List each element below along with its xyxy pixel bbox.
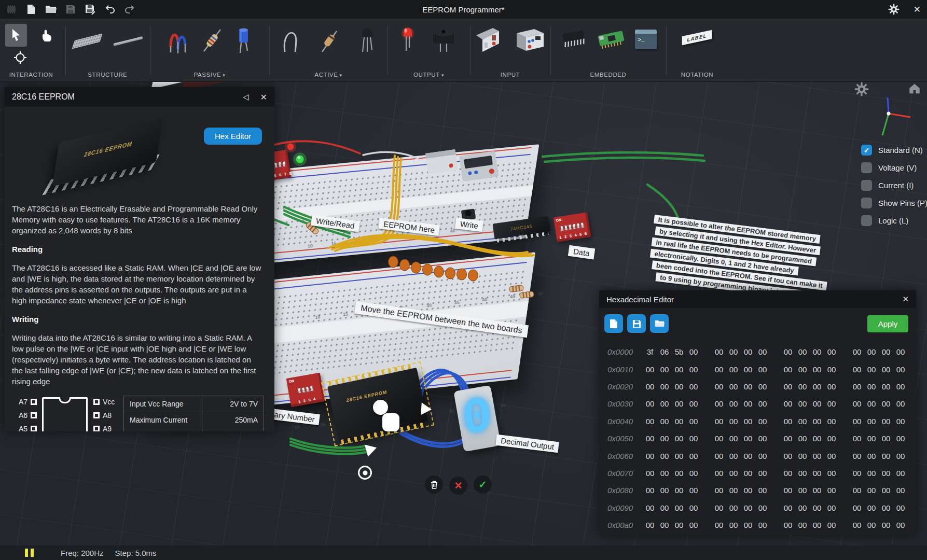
hex-byte[interactable]: 00	[712, 503, 726, 512]
hex-byte[interactable]: 00	[657, 521, 672, 529]
hex-byte[interactable]: 00	[712, 486, 726, 495]
hex-byte[interactable]: 00	[672, 469, 686, 478]
hex-byte[interactable]: 00	[864, 399, 879, 408]
checkbox[interactable]: ✓	[861, 198, 872, 208]
hex-byte[interactable]: 00	[879, 365, 893, 374]
close-icon[interactable]: ✕	[260, 92, 267, 102]
checkbox[interactable]: ✓	[861, 162, 872, 173]
hex-byte[interactable]: 00	[672, 417, 686, 426]
hex-byte[interactable]: 00	[672, 452, 686, 460]
hex-byte[interactable]: 00	[657, 452, 672, 460]
hex-byte[interactable]: 00	[864, 382, 879, 391]
select-tool-button[interactable]	[5, 24, 27, 47]
hex-byte[interactable]: 00	[726, 486, 741, 495]
hex-byte[interactable]: 00	[755, 399, 770, 408]
hex-byte[interactable]: 00	[850, 382, 864, 391]
switch-module-component-icon[interactable]	[475, 26, 506, 55]
arrow-down-handle[interactable]	[362, 444, 377, 458]
back-icon[interactable]: ◁	[243, 92, 249, 102]
hex-byte[interactable]: 00	[781, 486, 795, 495]
hex-byte[interactable]: 00	[879, 469, 893, 478]
hex-byte[interactable]: 00	[810, 399, 824, 408]
hex-byte[interactable]: 00	[755, 347, 770, 356]
pause-icon[interactable]	[25, 549, 34, 557]
hex-byte[interactable]: 00	[712, 434, 726, 443]
hex-byte[interactable]: 00	[726, 434, 741, 443]
label-data[interactable]: Data	[568, 245, 595, 260]
hex-byte[interactable]: 00	[864, 417, 879, 426]
hex-byte[interactable]: 06	[657, 347, 672, 356]
hex-byte[interactable]: 00	[726, 521, 741, 529]
scene-settings-gear-icon[interactable]	[854, 82, 869, 96]
hex-byte[interactable]: 00	[850, 434, 864, 443]
hex-byte[interactable]: 00	[686, 434, 701, 443]
hex-byte[interactable]: 00	[795, 469, 810, 478]
hex-byte[interactable]: 00	[686, 365, 701, 374]
save-as-icon[interactable]	[84, 3, 96, 16]
hex-byte[interactable]: 00	[643, 521, 657, 529]
hex-byte[interactable]: 00	[741, 503, 755, 512]
hex-byte[interactable]: 00	[741, 452, 755, 460]
hex-byte[interactable]: 00	[824, 347, 839, 356]
hex-byte[interactable]: 00	[755, 365, 770, 374]
hex-byte[interactable]: 00	[824, 521, 839, 529]
display-option-row[interactable]: ✓ Voltage (V)	[861, 162, 927, 173]
capacitor-component-icon[interactable]	[234, 25, 253, 57]
hex-byte[interactable]: 00	[726, 347, 741, 356]
hex-byte[interactable]: 00	[726, 469, 741, 478]
hex-byte[interactable]: 00	[741, 521, 755, 529]
hex-byte[interactable]: 00	[879, 503, 893, 512]
hex-byte[interactable]: 00	[643, 503, 657, 512]
hex-byte[interactable]: 00	[672, 365, 686, 374]
hex-byte[interactable]: 00	[795, 365, 810, 374]
move-handle-square[interactable]	[382, 413, 399, 431]
hex-byte[interactable]: 00	[864, 347, 879, 356]
hex-byte[interactable]: 00	[686, 347, 701, 356]
hex-byte[interactable]: 00	[657, 503, 672, 512]
hex-byte[interactable]: 00	[824, 469, 839, 478]
diode-component-icon[interactable]	[318, 25, 340, 56]
hex-byte[interactable]: 00	[672, 434, 686, 443]
hex-byte[interactable]: 00	[864, 434, 879, 443]
hex-byte[interactable]: 00	[726, 417, 741, 426]
hex-byte[interactable]: 00	[864, 452, 879, 460]
dip-sliders[interactable]	[290, 384, 321, 395]
label-decimal-output[interactable]: Decimal Output	[495, 435, 559, 453]
new-file-icon[interactable]	[25, 3, 37, 16]
hex-byte[interactable]: 5b	[672, 347, 686, 356]
hex-byte[interactable]: 00	[755, 486, 770, 495]
hex-byte[interactable]: 00	[795, 486, 810, 495]
axis-gizmo[interactable]	[867, 91, 914, 137]
hex-byte[interactable]: 00	[672, 503, 686, 512]
hex-byte[interactable]: 00	[850, 365, 864, 374]
hex-save-button[interactable]	[627, 314, 646, 333]
close-icon[interactable]: ✕	[902, 295, 909, 304]
hex-byte[interactable]: 00	[893, 399, 908, 408]
resistor-component-icon[interactable]	[201, 25, 224, 57]
hex-byte[interactable]: 00	[893, 469, 908, 478]
focus-tool-button[interactable]	[13, 51, 27, 66]
hex-byte[interactable]: 00	[686, 469, 701, 478]
hex-byte[interactable]: 00	[755, 469, 770, 478]
hex-byte[interactable]: 00	[781, 417, 795, 426]
ic-chip-component-icon[interactable]	[560, 27, 587, 52]
wire-component-icon[interactable]	[280, 25, 300, 56]
terminal-component-icon[interactable]: >_	[635, 30, 657, 49]
hex-byte[interactable]: 00	[712, 382, 726, 391]
hex-byte[interactable]: 00	[879, 521, 893, 529]
rotate-handle-icon[interactable]	[358, 466, 372, 480]
hex-byte[interactable]: 00	[824, 486, 839, 495]
hex-byte[interactable]: 00	[643, 486, 657, 495]
hex-byte[interactable]: 00	[781, 503, 795, 512]
hex-byte[interactable]: 00	[810, 417, 824, 426]
breadboard-component-icon[interactable]	[72, 33, 103, 49]
hex-byte[interactable]: 00	[755, 417, 770, 426]
hand-tool-button[interactable]	[35, 24, 57, 47]
display-option-row[interactable]: ✓ Show Pins (P)	[861, 198, 927, 208]
hex-byte[interactable]: 00	[643, 417, 657, 426]
dip-sliders[interactable]	[557, 221, 587, 232]
hex-byte[interactable]: 00	[643, 434, 657, 443]
hex-byte[interactable]: 00	[712, 417, 726, 426]
hex-byte[interactable]: 00	[726, 365, 741, 374]
redo-icon[interactable]	[123, 3, 136, 16]
